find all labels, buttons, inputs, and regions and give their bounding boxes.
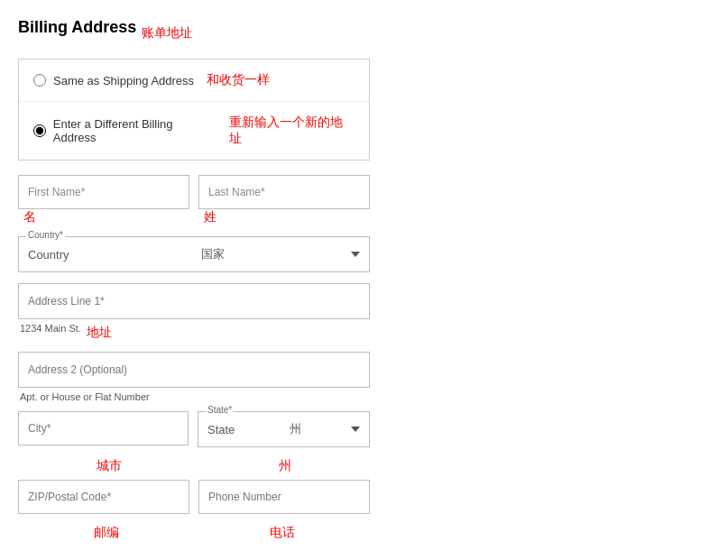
state-wrapper[interactable]: State* State 州 <box>198 411 370 447</box>
city-annotation: 城市 <box>97 458 122 474</box>
same-as-shipping-radio[interactable] <box>33 74 46 87</box>
different-billing-radio[interactable] <box>33 124 46 137</box>
title-annotation: 账单地址 <box>142 25 192 41</box>
state-annotation-below: 州 <box>279 458 291 474</box>
phone-input[interactable] <box>198 480 370 514</box>
last-name-annotation: 姓 <box>204 209 370 225</box>
phone-field <box>198 480 370 514</box>
zip-input[interactable] <box>18 480 189 514</box>
address1-annotation: 地址 <box>87 325 112 341</box>
remember-me-section: Remember Me Save my information for a fa… <box>0 546 728 560</box>
city-input[interactable] <box>18 411 189 445</box>
same-as-shipping-row[interactable]: Same as Shipping Address 和收货一样 <box>19 60 369 101</box>
billing-form: 名 姓 Country* Country 国家 1234 Main St. 地址 <box>18 175 370 541</box>
state-select-row[interactable]: State 州 <box>198 412 369 446</box>
country-wrapper[interactable]: Country* Country 国家 <box>18 236 370 272</box>
page-title: Billing Address <box>18 18 136 37</box>
zip-annotation: 邮编 <box>94 525 119 541</box>
name-row: 名 姓 <box>18 175 370 225</box>
country-placeholder: Country <box>28 248 69 262</box>
same-shipping-annotation: 和收货一样 <box>207 72 270 88</box>
address2-wrapper <box>18 352 370 388</box>
different-billing-annotation: 重新输入一个新的地址 <box>229 115 355 147</box>
city-field <box>18 411 189 447</box>
first-name-annotation: 名 <box>23 209 189 225</box>
address1-input[interactable] <box>19 284 369 318</box>
country-select-row[interactable]: Country 国家 <box>19 237 369 271</box>
address1-wrapper <box>18 283 370 319</box>
zip-phone-annotations: 邮编 电话 <box>18 525 370 541</box>
zip-phone-row <box>18 480 370 514</box>
address2-hint: Apt. or House or Flat Number <box>18 391 370 402</box>
address1-hint: 1234 Main St. <box>18 323 81 334</box>
phone-annotation: 电话 <box>270 525 295 541</box>
country-annotation: 国家 <box>201 246 225 262</box>
state-legend: State* <box>206 405 234 415</box>
address2-input[interactable] <box>19 353 369 387</box>
same-as-shipping-label: Same as Shipping Address <box>53 74 194 87</box>
different-billing-row[interactable]: Enter a Different Billing Address 重新输入一个… <box>19 101 369 160</box>
last-name-field: 姓 <box>198 175 370 225</box>
country-legend: Country* <box>26 230 65 240</box>
zip-field <box>18 480 189 514</box>
state-placeholder: State <box>207 423 235 436</box>
first-name-field: 名 <box>18 175 189 225</box>
chevron-down-icon <box>351 252 360 257</box>
last-name-input[interactable] <box>198 175 370 209</box>
billing-options-box: Same as Shipping Address 和收货一样 Enter a D… <box>18 59 370 161</box>
different-billing-label: Enter a Different Billing Address <box>53 117 217 144</box>
first-name-input[interactable] <box>18 175 189 209</box>
state-annotation: 州 <box>290 421 301 437</box>
state-chevron-icon <box>351 427 360 432</box>
city-state-row: State* State 州 <box>18 411 370 447</box>
city-state-annotations: 城市 州 <box>18 458 370 474</box>
